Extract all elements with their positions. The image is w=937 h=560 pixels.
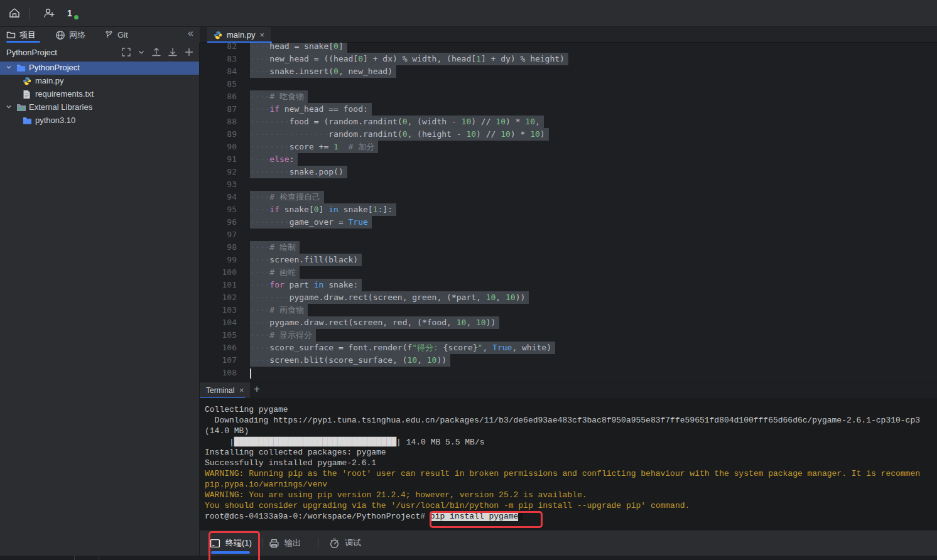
project-toolbar: PythonProject <box>0 43 199 62</box>
highlighted-command[interactable]: pip install pygame <box>430 512 518 521</box>
terminal-tab-label: Terminal <box>206 386 234 395</box>
terminal-progress-line: |█████████████████████████████████| 14.0… <box>205 436 937 447</box>
code-line-97: 97 <box>200 229 937 241</box>
text-caret <box>250 369 251 379</box>
tree-item-requirements.txt[interactable]: requirements.txt <box>0 88 199 101</box>
terminal-tab-bar: Terminal × + <box>200 382 937 398</box>
line-number: 90 <box>200 141 237 153</box>
tree-item-external-libraries[interactable]: External Libraries <box>0 101 199 114</box>
online-status-dot <box>73 14 80 21</box>
header-divider <box>29 7 30 19</box>
line-number: 97 <box>200 229 237 241</box>
expand-all-icon[interactable] <box>121 47 131 57</box>
line-number: 86 <box>200 90 237 103</box>
line-number: 100 <box>200 266 237 279</box>
chevron-down-icon[interactable] <box>138 48 145 56</box>
bottom-tab-debug[interactable]: 调试 <box>329 530 361 556</box>
tree-item-label: requirements.txt <box>35 89 94 99</box>
terminal-tab[interactable]: Terminal × <box>200 382 250 398</box>
code-line-102: 102········pygame.draw.rect(screen, gree… <box>200 291 937 304</box>
line-number: 99 <box>200 254 237 266</box>
code-line-94: 94····# 检查撞自己 <box>200 191 937 203</box>
line-number: 85 <box>200 78 237 90</box>
home-button[interactable] <box>5 4 24 23</box>
line-number: 107 <box>200 354 237 367</box>
add-user-button[interactable] <box>40 4 58 23</box>
code-line-103: 103····# 画食物 <box>200 304 937 316</box>
sidebar-tab-git[interactable]: Git <box>104 27 128 43</box>
code-editor[interactable]: 82····head = snake[0]83····new_head = ((… <box>200 43 937 382</box>
code-line-91: 91····else: <box>200 153 937 166</box>
code-line-95: 95····if snake[0] in snake[1:]: <box>200 203 937 216</box>
line-number: 88 <box>200 116 237 128</box>
bottom-tab-label: 调试 <box>345 537 361 549</box>
strip-separator <box>74 556 75 560</box>
new-terminal-icon[interactable]: + <box>254 383 260 396</box>
code-line-104: 104····pygame.draw.rect(screen, red, (*f… <box>200 316 937 329</box>
code-line-96: 96········game_over = True <box>200 216 937 229</box>
add-icon[interactable] <box>184 47 194 57</box>
line-number: 95 <box>200 203 237 216</box>
window-bottom-strip <box>0 556 937 560</box>
terminal-output[interactable]: Collecting pygame Downloading https://py… <box>200 398 937 530</box>
project-sidebar: PythonProject PythonProjectmain. <box>0 43 200 556</box>
code-line-106: 106····score_surface = font.render(f"得分:… <box>200 342 937 354</box>
sidebar-tab-label: 网络 <box>69 30 85 41</box>
collapse-sidebar-icon[interactable]: « <box>188 28 193 39</box>
code-line-93: 93 <box>200 178 937 191</box>
upload-icon[interactable] <box>151 47 161 57</box>
line-number: 91 <box>200 153 237 166</box>
terminal-line: Installing collected packages: pygame <box>205 447 937 458</box>
line-number: 92 <box>200 166 237 178</box>
project-tree: PythonProjectmain.pyrequirements.txtExte… <box>0 62 199 127</box>
code-line-86: 86····# 吃食物 <box>200 90 937 103</box>
download-icon[interactable] <box>168 47 178 57</box>
terminal-icon <box>210 538 220 549</box>
tree-item-main.py[interactable]: main.py <box>0 75 199 88</box>
line-number: 103 <box>200 304 237 316</box>
globe-icon <box>55 30 65 40</box>
line-number: 89 <box>200 128 237 141</box>
code-line-98: 98····# 绘制 <box>200 241 937 254</box>
line-number: 93 <box>200 178 237 191</box>
chevron-expanded-icon[interactable] <box>5 63 13 71</box>
terminal-line: (14.0 MB) <box>205 426 937 436</box>
bottom-tab-output[interactable]: 输出 <box>269 530 301 556</box>
strip-separator <box>99 556 99 560</box>
terminal-line: WARNING: Running pip as the 'root' user … <box>205 468 937 479</box>
code-line-88: 88········food = (random.randint(0, (wid… <box>200 116 937 128</box>
code-line-107: 107····screen.blit(score_surface, (10, 1… <box>200 354 937 367</box>
bottom-tab-label: 终端(1) <box>225 537 252 549</box>
bottom-tab-label: 输出 <box>284 537 301 549</box>
code-line-87: 87····if new_head == food: <box>200 103 937 116</box>
terminal-line: You should consider upgrading via the '/… <box>205 500 937 511</box>
bottom-bar-divider <box>318 538 318 548</box>
tree-item-label: PythonProject <box>29 63 80 72</box>
terminal-prompt-line: root@dcs-04133a9a-0:/workspace/PythonPro… <box>205 511 937 522</box>
printer-icon <box>269 538 279 549</box>
tree-item-python3.10[interactable]: python3.10 <box>0 114 199 127</box>
folder-icon <box>6 30 16 40</box>
sidebar-tab-network[interactable]: 网络 <box>55 27 85 43</box>
tree-item-pythonproject[interactable]: PythonProject <box>0 62 199 75</box>
terminal-line: Successfully installed pygame-2.6.1 <box>205 458 937 468</box>
editor-tab-mainpy[interactable]: main.py × <box>207 27 271 43</box>
terminal-line: Downloading https://pypi.tuna.tsinghua.e… <box>205 415 937 426</box>
code-line-100: 100····# 画蛇 <box>200 266 937 279</box>
close-terminal-tab-icon[interactable]: × <box>239 386 244 395</box>
line-number: 87 <box>200 103 237 116</box>
line-number: 96 <box>200 216 237 229</box>
tree-item-label: External Libraries <box>29 102 92 112</box>
code-line-89: 89················random.randint(0, (hei… <box>200 128 937 141</box>
notification-badge[interactable]: 1 <box>67 8 72 18</box>
sidebar-tab-label: 项目 <box>19 30 36 41</box>
gauge-icon <box>329 538 340 549</box>
line-number: 101 <box>200 279 237 291</box>
sidebar-tab-label: Git <box>117 30 128 40</box>
bottom-bar-divider <box>263 538 263 548</box>
python-file-icon <box>23 77 31 85</box>
line-number: 106 <box>200 342 237 354</box>
chevron-expanded-icon[interactable] <box>5 103 13 110</box>
close-tab-icon[interactable]: × <box>260 30 265 40</box>
code-line-105: 105····# 显示得分 <box>200 329 937 342</box>
